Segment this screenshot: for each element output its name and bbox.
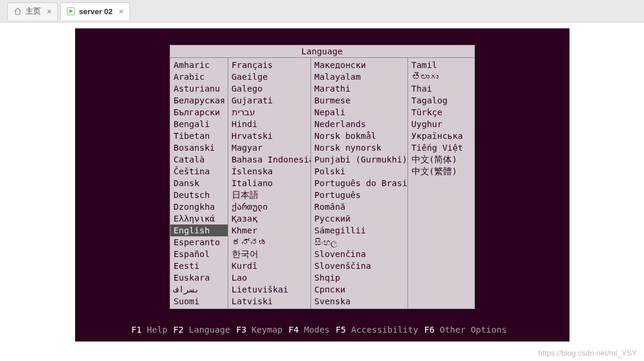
language-option[interactable]: Ελληνικά <box>170 213 228 225</box>
language-option[interactable]: Slovenčina <box>311 248 407 260</box>
language-option[interactable]: Sámegillii <box>311 225 407 236</box>
language-option[interactable]: Čeština <box>170 165 228 177</box>
language-option[interactable]: Nederlands <box>311 118 407 130</box>
language-option[interactable]: ىسراف <box>170 284 228 295</box>
language-option[interactable]: Norsk bokmål <box>311 130 407 142</box>
language-option[interactable]: Türkçe <box>408 106 474 118</box>
close-icon[interactable]: × <box>47 6 51 16</box>
language-option[interactable]: 日本語 <box>228 189 310 201</box>
language-option[interactable]: Shqip <box>311 272 407 284</box>
language-grid: AmharicArabicAsturianuБеларускаяБългарск… <box>170 58 474 308</box>
tab-label: 主页 <box>25 6 41 17</box>
home-icon <box>14 7 22 15</box>
language-option[interactable]: Amharic <box>170 59 228 71</box>
tab-label: server 02 <box>79 7 112 16</box>
language-option[interactable]: Українська <box>408 130 474 142</box>
tab-home[interactable]: 主页 × <box>7 2 58 20</box>
language-option[interactable]: Asturianu <box>170 83 228 95</box>
language-option[interactable]: 中文(简体) <box>408 154 474 165</box>
language-option[interactable]: Svenska <box>311 295 407 307</box>
language-option[interactable]: Hrvatski <box>228 130 310 142</box>
language-option[interactable]: Português <box>311 189 407 201</box>
language-option[interactable]: Norsk nynorsk <box>311 142 407 154</box>
language-option[interactable]: Íslenska <box>228 165 310 177</box>
language-option[interactable]: Magyar <box>228 142 310 154</box>
language-option[interactable]: Uyghur <box>408 118 474 130</box>
terminal: Language AmharicArabicAsturianuБеларуска… <box>75 28 569 342</box>
fn-key[interactable]: F3 <box>236 325 251 334</box>
language-option[interactable]: Português do Brasil <box>311 177 407 189</box>
language-option[interactable]: Dansk <box>170 177 228 189</box>
language-option[interactable]: Hindi <box>228 118 310 130</box>
language-option[interactable]: Tagalog <box>408 95 474 106</box>
fn-label: Other Options <box>440 325 507 334</box>
language-option[interactable]: Gaeilge <box>228 71 310 83</box>
language-option[interactable]: Eesti <box>170 260 228 272</box>
language-option[interactable]: Lao <box>228 272 310 284</box>
fn-key[interactable]: F1 <box>131 325 147 334</box>
fn-label: Language <box>189 325 230 334</box>
language-option[interactable]: Suomi <box>170 295 228 307</box>
language-option[interactable]: Қазақ <box>228 213 310 225</box>
play-icon <box>67 7 75 15</box>
language-option[interactable]: Български <box>170 106 228 118</box>
language-option[interactable]: Gujarati <box>228 95 310 106</box>
language-option[interactable]: Русский <box>311 213 407 225</box>
language-option[interactable]: Slovenščina <box>311 260 407 272</box>
language-option[interactable]: 中文(繁體) <box>408 165 474 177</box>
language-option[interactable]: Deutsch <box>170 189 228 201</box>
language-option[interactable]: עברית <box>228 106 310 118</box>
language-option[interactable]: ქართული <box>228 201 310 213</box>
fn-key[interactable]: F6 <box>424 325 439 334</box>
language-option[interactable]: Thai <box>408 83 474 95</box>
language-dialog: Language AmharicArabicAsturianuБеларуска… <box>170 45 475 309</box>
language-option[interactable]: English <box>170 225 228 236</box>
language-option[interactable]: Burmese <box>311 95 407 106</box>
language-option[interactable]: Lietuviškai <box>228 284 310 295</box>
language-option[interactable]: Arabic <box>170 71 228 83</box>
language-column: МакедонскиMalayalamMarathiBurmeseNepaliN… <box>311 58 408 308</box>
language-option[interactable]: Română <box>311 201 407 213</box>
language-option[interactable]: Euskara <box>170 272 228 284</box>
language-option[interactable]: සිංහල <box>311 236 407 248</box>
language-option[interactable]: Español <box>170 248 228 260</box>
fn-label: Accessibility <box>351 325 419 334</box>
fn-label: Help <box>147 325 167 334</box>
language-option[interactable]: Tamil <box>408 59 474 71</box>
language-option[interactable]: Nepali <box>311 106 407 118</box>
language-option[interactable]: Bahasa Indonesia <box>228 154 310 165</box>
language-option[interactable]: Latviski <box>228 295 310 307</box>
close-icon[interactable]: × <box>119 6 124 16</box>
language-column: TamilతెలుగుThaiTagalogTürkçeUyghurУкраїн… <box>408 58 474 308</box>
fn-key[interactable]: F4 <box>289 325 304 334</box>
tab-bar: 主页 × server 02 × <box>0 0 644 22</box>
language-option[interactable]: Bengali <box>170 118 228 130</box>
language-option[interactable]: Français <box>228 59 310 71</box>
language-option[interactable]: Marathi <box>311 83 407 95</box>
language-option[interactable]: Italiano <box>228 177 310 189</box>
language-option[interactable]: Беларуская <box>170 95 228 106</box>
language-option[interactable]: Kurdî <box>228 260 310 272</box>
language-option[interactable]: Македонски <box>311 59 407 71</box>
language-option[interactable]: Tiếng Việt <box>408 142 474 154</box>
dialog-title: Language <box>170 45 474 58</box>
language-option[interactable]: ಕನ್ನಡ <box>228 236 310 248</box>
language-option[interactable]: Tibetan <box>170 130 228 142</box>
language-option[interactable]: Català <box>170 154 228 165</box>
language-option[interactable]: Српски <box>311 284 407 295</box>
language-column: FrançaisGaeilgeGalegoGujaratiעבריתHindiH… <box>228 58 311 308</box>
fn-label: Keymap <box>251 325 282 334</box>
tab-server[interactable]: server 02 × <box>60 2 130 20</box>
language-option[interactable]: Galego <box>228 83 310 95</box>
fn-key[interactable]: F2 <box>173 325 189 334</box>
language-option[interactable]: Bosanski <box>170 142 228 154</box>
language-option[interactable]: Malayalam <box>311 71 407 83</box>
language-option[interactable]: Dzongkha <box>170 201 228 213</box>
language-option[interactable]: Esperanto <box>170 236 228 248</box>
language-option[interactable]: Khmer <box>228 225 310 236</box>
language-option[interactable]: Polski <box>311 165 407 177</box>
language-option[interactable]: Punjabi (Gurmukhi) <box>311 154 407 165</box>
fn-key[interactable]: F5 <box>336 325 351 334</box>
language-option[interactable]: 한국어 <box>228 248 310 260</box>
language-option[interactable]: తెలుగు <box>408 71 474 83</box>
